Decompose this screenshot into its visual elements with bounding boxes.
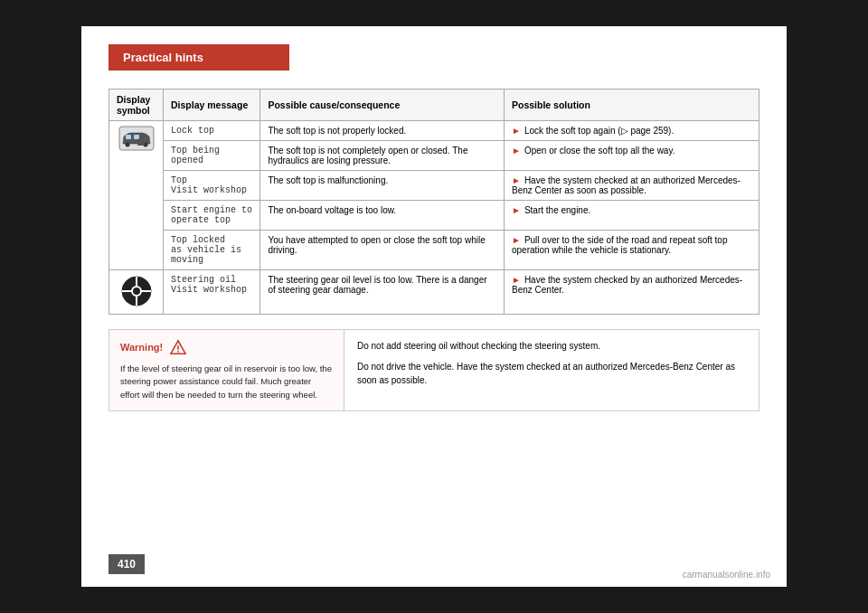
symbol-car-lock (109, 121, 164, 270)
col-header-message: Display message (164, 90, 260, 121)
cause-start-engine: The on-board voltage is too low. (260, 201, 505, 231)
watermark: carmanualsonline.info (683, 570, 770, 580)
table-row: TopVisit workshop The soft top is malfun… (109, 171, 760, 201)
warning-body-text: If the level of steering gear oil in res… (120, 363, 333, 401)
table-row: Steering oilVisit workshop The steering … (109, 270, 760, 315)
warning-left-panel: Warning! If the level of steering gear o… (109, 330, 344, 410)
svg-rect-1 (126, 135, 131, 139)
section-header: Practical hints (108, 44, 289, 71)
svg-point-14 (177, 351, 179, 353)
table-row: Top lockedas vehicle is moving You have … (109, 231, 760, 270)
warning-right-panel: Do not add steering oil without checking… (344, 330, 759, 410)
warning-triangle-icon (170, 339, 186, 355)
cause-visit-workshop: The soft top is malfunctioning. (260, 171, 505, 201)
msg-top-being-opened: Top being opened (164, 141, 260, 171)
svg-rect-5 (137, 140, 145, 146)
table-row: Lock top The soft top is not properly lo… (109, 121, 760, 141)
cause-top-locked-moving: You have attempted to open or close the … (260, 231, 505, 270)
solution-steering-oil: ►Have the system checked by an authorize… (504, 270, 759, 315)
msg-lock-top: Lock top (164, 121, 260, 141)
display-table: Display symbol Display message Possible … (108, 89, 760, 315)
solution-top-being-opened: ►Open or close the soft top all the way. (504, 141, 759, 171)
msg-start-engine: Start engine tooperate top (164, 201, 260, 231)
msg-visit-workshop: TopVisit workshop (164, 171, 260, 201)
cause-lock-top: The soft top is not properly locked. (260, 121, 505, 141)
solution-top-locked-moving: ►Pull over to the side of the road and r… (504, 231, 759, 270)
solution-lock-top: ►Lock the soft top again (▷ page 259). (504, 121, 759, 141)
cause-top-being-opened: The soft top is not completely open or c… (260, 141, 505, 171)
warning-section: Warning! If the level of steering gear o… (108, 329, 760, 411)
warning-right-text-2: Do not drive the vehicle. Have the syste… (357, 360, 746, 387)
symbol-steering (109, 270, 164, 315)
table-row: Start engine tooperate top The on-board … (109, 201, 760, 231)
table-row: Top being opened The soft top is not com… (109, 141, 760, 171)
col-header-solution: Possible solution (504, 90, 759, 121)
col-header-symbol: Display symbol (109, 90, 164, 121)
col-header-cause: Possible cause/consequence (260, 90, 505, 121)
solution-visit-workshop: ►Have the system checked at an authorize… (504, 171, 759, 201)
svg-rect-2 (134, 135, 139, 139)
header-title: Practical hints (123, 51, 203, 64)
warning-title: Warning! (120, 339, 333, 355)
cause-steering-oil: The steering gear oil level is too low. … (260, 270, 505, 315)
page-number: 410 (108, 554, 145, 574)
solution-start-engine: ►Start the engine. (504, 201, 759, 231)
msg-top-locked-moving: Top lockedas vehicle is moving (164, 231, 260, 270)
msg-steering-oil: Steering oilVisit workshop (164, 270, 260, 315)
warning-right-text-1: Do not add steering oil without checking… (357, 339, 746, 353)
svg-point-3 (125, 143, 129, 147)
